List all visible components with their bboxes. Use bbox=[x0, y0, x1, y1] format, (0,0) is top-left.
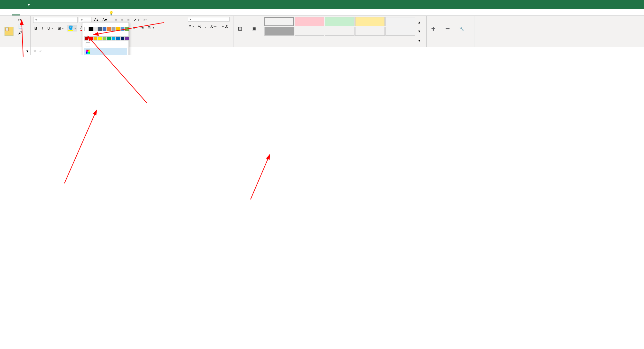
tab-layout[interactable] bbox=[30, 11, 38, 15]
tell-me-search[interactable]: 💡 bbox=[109, 11, 115, 15]
swatch-orange[interactable] bbox=[107, 27, 111, 31]
style-link[interactable] bbox=[355, 27, 385, 36]
merge-icon: ⊟ bbox=[147, 25, 151, 30]
table-format-button[interactable]: 🔳 bbox=[250, 17, 263, 46]
swatch-std-darkblue[interactable] bbox=[120, 36, 125, 41]
ribbon: 📋 ✂ 📄 🖌 A▴ A▾ B I U ⊞ � bbox=[0, 16, 644, 47]
swatch-std-purple[interactable] bbox=[125, 36, 129, 41]
save-icon[interactable] bbox=[3, 2, 8, 7]
bold-button[interactable]: B bbox=[33, 25, 39, 32]
swatch-std-orange[interactable] bbox=[93, 36, 98, 41]
style-calc[interactable] bbox=[385, 17, 415, 26]
tab-review[interactable] bbox=[57, 11, 65, 15]
orientation-button[interactable]: ↗ bbox=[132, 17, 141, 23]
style-output[interactable] bbox=[385, 27, 415, 36]
group-clipboard: 📋 ✂ 📄 🖌 bbox=[0, 16, 31, 47]
bucket-icon: 🪣 bbox=[68, 25, 73, 31]
swatch-std-lightgreen[interactable] bbox=[102, 36, 107, 41]
tab-team[interactable] bbox=[84, 11, 92, 15]
increase-decimal-button[interactable]: .0→ bbox=[209, 23, 219, 29]
tab-data[interactable] bbox=[48, 11, 56, 15]
cancel-formula-icon[interactable]: ✕ bbox=[33, 49, 36, 53]
undo-icon[interactable] bbox=[10, 2, 16, 7]
wrap-text-button[interactable]: ↩ bbox=[142, 17, 148, 23]
swatch-std-green[interactable] bbox=[107, 36, 111, 41]
swatch-white[interactable] bbox=[84, 27, 89, 31]
decrease-decimal-button[interactable]: ←.0 bbox=[220, 23, 230, 29]
paste-button[interactable]: 📋 bbox=[3, 17, 15, 46]
tab-help[interactable] bbox=[75, 11, 83, 15]
style-check[interactable] bbox=[264, 27, 294, 36]
condformat-icon: 🔲 bbox=[238, 27, 247, 36]
accept-formula-icon[interactable]: ✓ bbox=[39, 49, 42, 53]
tab-view[interactable] bbox=[66, 11, 74, 15]
style-good[interactable] bbox=[325, 17, 355, 26]
format-cells-icon: 🔧 bbox=[459, 27, 469, 36]
format-painter-button[interactable]: 🖌 bbox=[17, 30, 25, 36]
ribbon-tabs: 💡 bbox=[0, 9, 644, 16]
font-name-select[interactable] bbox=[33, 17, 78, 23]
style-explain[interactable] bbox=[295, 27, 324, 36]
swatch-std-blue[interactable] bbox=[116, 36, 120, 41]
fill-color-button[interactable]: 🪣 bbox=[67, 25, 77, 32]
swatch-std-darkred[interactable] bbox=[84, 36, 89, 41]
style-neutral[interactable] bbox=[355, 17, 385, 26]
underline-button[interactable]: U bbox=[46, 25, 54, 32]
fill-color-popup bbox=[82, 22, 129, 55]
number-format-select[interactable] bbox=[188, 17, 230, 22]
italic-button[interactable]: I bbox=[41, 25, 44, 32]
border-button[interactable]: ⊞ bbox=[56, 25, 65, 32]
percent-button[interactable]: % bbox=[197, 23, 203, 29]
name-box[interactable]: ▾ bbox=[0, 47, 31, 55]
indent-decrease-button[interactable]: ⇤ bbox=[132, 25, 138, 31]
tab-baidu[interactable] bbox=[93, 11, 101, 15]
swatch-grey[interactable] bbox=[111, 27, 116, 31]
style-warning[interactable] bbox=[325, 27, 355, 36]
swatch-gold[interactable] bbox=[116, 27, 120, 31]
redo-icon[interactable] bbox=[18, 2, 24, 7]
cell-styles-gallery bbox=[264, 17, 415, 46]
currency-button[interactable]: ¥ bbox=[188, 23, 195, 29]
swatch-greybeige[interactable] bbox=[93, 27, 98, 31]
group-cells: ➕ ➖ 🔧 bbox=[427, 16, 475, 47]
brush-icon: 🖌 bbox=[18, 31, 22, 35]
styles-down-button[interactable]: ▾ bbox=[417, 28, 421, 34]
tab-formula[interactable] bbox=[39, 11, 47, 15]
tab-insert[interactable] bbox=[21, 11, 29, 15]
paste-icon: 📋 bbox=[5, 27, 14, 36]
styles-more-button[interactable]: ▾ bbox=[417, 38, 421, 43]
group-styles: 🔲 🔳 ▴ ▾ ▾ bbox=[233, 16, 427, 47]
swatch-green[interactable] bbox=[125, 27, 129, 31]
scissors-icon: ✂ bbox=[18, 18, 21, 22]
conditional-format-button[interactable]: 🔲 bbox=[236, 17, 249, 46]
comma-button[interactable]: , bbox=[204, 23, 207, 29]
format-cells-button[interactable]: 🔧 bbox=[458, 17, 470, 46]
nofill-icon bbox=[86, 42, 90, 47]
tab-file[interactable] bbox=[3, 11, 11, 15]
tab-home[interactable] bbox=[12, 11, 20, 15]
swatch-blue[interactable] bbox=[102, 27, 107, 31]
swatch-black[interactable] bbox=[89, 27, 93, 31]
swatch-std-lightblue[interactable] bbox=[111, 36, 116, 41]
standard-colors-header bbox=[84, 33, 127, 36]
namebox-dropdown-icon[interactable]: ▾ bbox=[26, 49, 28, 53]
style-bad[interactable] bbox=[295, 17, 324, 26]
swatch-darkblue[interactable] bbox=[98, 27, 102, 31]
insert-cells-button[interactable]: ➕ bbox=[429, 17, 442, 46]
indent-increase-button[interactable]: ⇥ bbox=[139, 25, 145, 31]
swatch-std-red[interactable] bbox=[89, 36, 93, 41]
style-normal[interactable] bbox=[264, 17, 294, 26]
swatch-std-yellow[interactable] bbox=[98, 36, 102, 41]
more-colors-item[interactable] bbox=[84, 48, 127, 55]
swatch-blue2[interactable] bbox=[120, 27, 125, 31]
delete-cells-button[interactable]: ➖ bbox=[443, 17, 456, 46]
copy-icon: 📄 bbox=[18, 24, 23, 29]
lightbulb-icon: 💡 bbox=[109, 11, 114, 15]
customize-qat-icon[interactable]: ▾ bbox=[26, 2, 32, 7]
merge-button[interactable]: ⊟ bbox=[146, 25, 156, 31]
copy-button[interactable]: 📄 bbox=[17, 23, 25, 29]
no-fill-item[interactable] bbox=[84, 41, 127, 48]
styles-up-button[interactable]: ▴ bbox=[417, 19, 421, 25]
colorwheel-icon bbox=[86, 50, 90, 54]
cut-button[interactable]: ✂ bbox=[17, 17, 25, 23]
